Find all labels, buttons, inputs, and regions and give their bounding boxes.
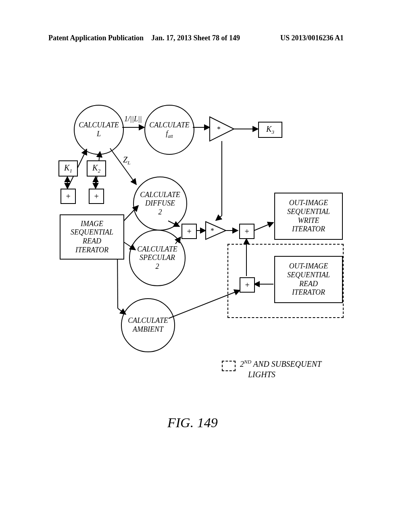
diagram-figure: * bbox=[0, 0, 413, 532]
svg-marker-2 bbox=[210, 117, 234, 141]
calc-spec-label: CALCULATE SPECULAR 2 bbox=[137, 245, 177, 271]
calc-l-label: CALCULATE L bbox=[79, 121, 119, 138]
k2-letter: K bbox=[92, 163, 98, 172]
node-k2: K2 bbox=[87, 160, 106, 177]
plus-k1-label: + bbox=[65, 192, 71, 201]
node-plus-k2: + bbox=[89, 189, 104, 204]
legend-nd: ND bbox=[244, 359, 251, 365]
plus-read-label: + bbox=[244, 281, 250, 290]
node-k1: K1 bbox=[58, 160, 78, 177]
zl-pre: Z bbox=[123, 155, 127, 164]
svg-marker-19 bbox=[206, 222, 226, 239]
node-calculate-L: CALCULATE L bbox=[74, 105, 124, 155]
plus-k2-label: + bbox=[94, 192, 99, 201]
legend-2: 2 bbox=[240, 360, 244, 368]
calc-fatt-line1: CALCULATE bbox=[149, 121, 189, 129]
legend-text: 2ND AND SUBSEQUENT LIGHTS bbox=[240, 359, 321, 380]
label-ZL: ZL bbox=[123, 155, 130, 166]
label-1-over-L: 1/||L|| bbox=[124, 115, 142, 123]
diagram-connectors: * bbox=[0, 0, 413, 532]
svg-line-22 bbox=[254, 222, 273, 231]
svg-text:*: * bbox=[211, 227, 214, 235]
node-k3: K3 bbox=[258, 122, 282, 138]
svg-text:*: * bbox=[217, 125, 221, 133]
image-read-label: IMAGE SEQUENTIAL READ ITERATOR bbox=[71, 220, 113, 254]
node-plus-diff-spec: + bbox=[181, 224, 197, 239]
node-plus-read: + bbox=[240, 277, 255, 293]
calc-fatt-sub: att bbox=[168, 133, 173, 139]
legend-rest: AND SUBSEQUENT bbox=[253, 360, 321, 368]
node-calculate-fatt: CALCULATE fatt bbox=[144, 105, 194, 155]
k1-letter: K bbox=[64, 163, 69, 172]
svg-line-11 bbox=[110, 148, 136, 185]
node-out-read-iterator: OUT-IMAGE SEQUENTIAL READ ITERATOR bbox=[274, 256, 343, 303]
svg-line-6 bbox=[216, 216, 222, 220]
legend-line2: LIGHTS bbox=[248, 370, 275, 379]
out-read-label: OUT-IMAGE SEQUENTIAL READ ITERATOR bbox=[287, 262, 330, 297]
k2-sub: 2 bbox=[98, 168, 100, 174]
plus-ds-label: + bbox=[186, 227, 192, 236]
node-calculate-specular: CALCULATE SPECULAR 2 bbox=[129, 230, 186, 286]
legend-swatch bbox=[222, 361, 236, 371]
out-write-label: OUT-IMAGE SEQUENTIAL WRITE ITERATOR bbox=[287, 199, 330, 233]
k3-sub: 3 bbox=[271, 129, 274, 135]
figure-caption: FIG. 149 bbox=[167, 415, 218, 430]
node-calculate-diffuse: CALCULATE DIFFUSE 2 bbox=[133, 177, 187, 231]
node-calculate-ambient: CALCULATE AMBIENT bbox=[121, 298, 175, 352]
zl-sub: L bbox=[127, 160, 130, 166]
k1-sub: 1 bbox=[69, 168, 72, 174]
node-plus-out: + bbox=[239, 224, 254, 239]
plus-out-label: + bbox=[244, 227, 250, 236]
node-plus-k1: + bbox=[60, 189, 76, 204]
node-image-read-iterator: IMAGE SEQUENTIAL READ ITERATOR bbox=[60, 214, 124, 260]
calc-amb-label: CALCULATE AMBIENT bbox=[128, 316, 168, 334]
calc-diffuse-label: CALCULATE DIFFUSE 2 bbox=[140, 191, 180, 217]
node-out-write-iterator: OUT-IMAGE SEQUENTIAL WRITE ITERATOR bbox=[274, 193, 343, 240]
k3-letter: K bbox=[266, 125, 271, 133]
